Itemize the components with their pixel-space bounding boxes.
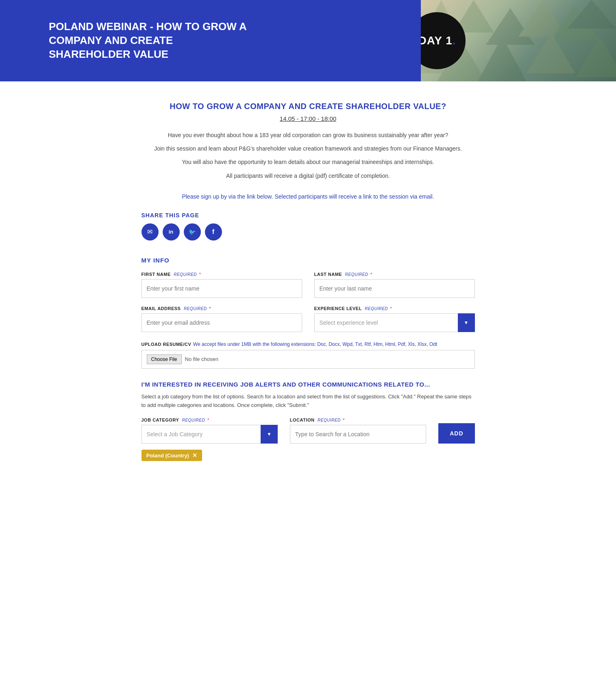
experience-required: required * (365, 306, 392, 311)
experience-label: EXPERIENCE LEVEL required * (314, 306, 475, 311)
upload-section: UPLOAD RESUME/CV We accept files under 1… (141, 340, 475, 369)
job-location-row: JOB CATEGORY required * Select a Job Cat… (141, 418, 475, 444)
email-required: required * (184, 306, 211, 311)
share-facebook-button[interactable]: f (205, 223, 222, 240)
tags-container: Poland (Country) ✕ (141, 450, 475, 469)
event-desc-1: Have you ever thought about how a 183 ye… (141, 130, 475, 140)
job-category-select-wrapper: Select a Job Category (141, 425, 278, 444)
experience-select-wrapper: Select experience level Entry Level Mid … (314, 313, 475, 332)
last-name-group: LAST NAME required * (314, 272, 475, 298)
experience-select[interactable]: Select experience level Entry Level Mid … (314, 313, 475, 332)
tag-remove-button[interactable]: ✕ (192, 452, 197, 459)
job-alerts-desc: Select a job category from the list of o… (141, 393, 475, 410)
share-linkedin-button[interactable]: in (163, 223, 180, 240)
name-row: FIRST NAME required * LAST NAME required… (141, 272, 475, 298)
event-date: 14.05 - 17:00 - 18:00 (141, 115, 475, 122)
email-input[interactable] (141, 313, 302, 332)
first-name-group: FIRST NAME required * (141, 272, 302, 298)
experience-group: EXPERIENCE LEVEL required * Select exper… (314, 306, 475, 332)
location-input[interactable] (290, 425, 426, 444)
first-name-input[interactable] (141, 279, 302, 298)
event-desc-4: All participants will receive a digital … (141, 171, 475, 181)
location-required: required * (318, 418, 344, 422)
my-info-heading: MY INFO (141, 257, 475, 264)
day1-text: DAY 1. (421, 34, 456, 47)
my-info-form: MY INFO FIRST NAME required * LAST NAME … (141, 257, 475, 470)
poland-tag: Poland (Country) ✕ (141, 450, 202, 461)
upload-label: UPLOAD RESUME/CV (141, 342, 192, 347)
share-icons: ✉ in 🐦 f (141, 223, 475, 240)
signup-note: Please sign up by via the link below. Se… (141, 193, 475, 200)
first-name-label: FIRST NAME required * (141, 272, 302, 277)
share-twitter-button[interactable]: 🐦 (184, 223, 201, 240)
email-group: EMAIL ADDRESS required * (141, 306, 302, 332)
first-name-required: required * (174, 272, 200, 277)
job-alerts-section: I'M INTERESTED IN RECEIVING JOB ALERTS A… (141, 381, 475, 470)
location-group: LOCATION required * (290, 418, 426, 444)
event-title: HOW TO GROW A COMPANY AND CREATE SHAREHO… (141, 102, 475, 111)
job-category-label: JOB CATEGORY required * (141, 418, 278, 422)
email-label: EMAIL ADDRESS required * (141, 306, 302, 311)
share-title: SHARE THIS PAGE (141, 212, 475, 219)
event-desc-3: You will also have the opportunity to le… (141, 157, 475, 167)
header-content: POLAND WEBINAR - HOW TO GROW A COMPANY A… (0, 4, 616, 77)
page-header: POLAND WEBINAR - HOW TO GROW A COMPANY A… (0, 0, 616, 81)
file-input-wrapper: Choose File No file chosen (141, 350, 475, 369)
upload-desc: We accept files under 1MB with the follo… (193, 341, 437, 347)
last-name-required: required * (345, 272, 372, 277)
add-button[interactable]: ADD (438, 423, 475, 444)
job-category-required: required * (182, 418, 209, 422)
job-alerts-heading: I'M INTERESTED IN RECEIVING JOB ALERTS A… (141, 381, 475, 388)
location-label: LOCATION required * (290, 418, 426, 422)
main-content: HOW TO GROW A COMPANY AND CREATE SHAREHO… (125, 81, 491, 490)
last-name-input[interactable] (314, 279, 475, 298)
choose-file-button[interactable]: Choose File (147, 354, 182, 364)
job-category-select[interactable]: Select a Job Category (141, 425, 278, 444)
share-email-button[interactable]: ✉ (141, 223, 159, 240)
event-desc-2: Join this session and learn about P&G's … (141, 144, 475, 154)
share-section: SHARE THIS PAGE ✉ in 🐦 f (141, 212, 475, 240)
header-title: POLAND WEBINAR - HOW TO GROW A COMPANY A… (49, 20, 252, 61)
tag-label: Poland (Country) (146, 453, 189, 459)
email-experience-row: EMAIL ADDRESS required * EXPERIENCE LEVE… (141, 306, 475, 332)
last-name-label: LAST NAME required * (314, 272, 475, 277)
job-category-group: JOB CATEGORY required * Select a Job Cat… (141, 418, 278, 444)
no-file-text: No file chosen (185, 356, 218, 362)
